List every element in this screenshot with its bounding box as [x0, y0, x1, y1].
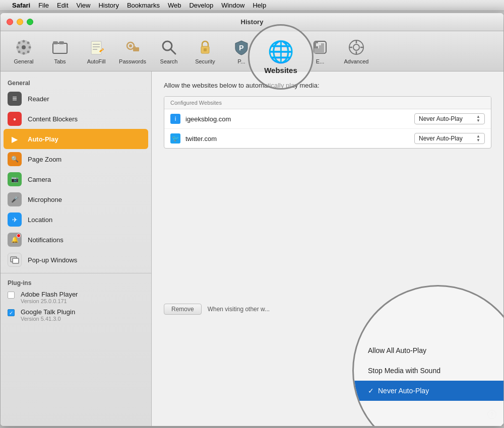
advanced-icon [347, 38, 365, 56]
svg-point-7 [27, 50, 30, 53]
svg-point-8 [27, 41, 30, 44]
window-title: History [241, 18, 264, 26]
content-panel: Allow the websites below to automaticall… [152, 72, 503, 426]
google-version: Version 5.41.3.0 [21, 316, 75, 322]
passwords-label: Passwords [119, 58, 146, 64]
location-label: Location [28, 216, 52, 224]
toolbar-general[interactable]: General [7, 34, 41, 68]
toolbar-autofill[interactable]: AutoFill [79, 34, 113, 68]
menu-window[interactable]: Window [221, 2, 244, 9]
svg-point-2 [23, 40, 25, 42]
search-icon [160, 38, 178, 56]
svg-point-1 [22, 45, 26, 49]
auto-play-label: Auto-Play [28, 135, 58, 143]
security-icon [196, 38, 214, 56]
autofill-label: AutoFill [87, 58, 106, 64]
advanced-label: Advanced [344, 58, 369, 64]
sidebar-item-location[interactable]: ✈ Location [1, 209, 151, 230]
twitter-select[interactable]: Never Auto-Play ▲ ▼ [414, 133, 485, 144]
google-name: Google Talk Plugin [21, 308, 75, 316]
twitter-name: twitter.com [185, 135, 409, 142]
svg-rect-12 [59, 41, 64, 44]
dropdown-option-never[interactable]: ✓ Never Auto-Play [354, 381, 503, 401]
main-content: General ≡ Reader ● Content Blockers ▶ Au… [1, 72, 503, 426]
page-zoom-icon: 🔍 [8, 152, 22, 166]
igeeksblog-select-arrows: ▲ ▼ [476, 115, 480, 123]
microphone-label: Microphone [28, 196, 62, 203]
plugin-row-adobe[interactable]: Adobe Flash Player Version 25.0.0.171 [1, 289, 151, 306]
general-icon [15, 38, 33, 56]
auto-play-icon: ▶ [8, 132, 22, 146]
when-visiting-text: When visiting other w... [208, 306, 270, 313]
svg-rect-13 [91, 41, 101, 54]
sidebar-item-content-blockers[interactable]: ● Content Blockers [1, 109, 151, 129]
toolbar-passwords[interactable]: Passwords [115, 34, 150, 68]
reader-icon: ≡ [8, 92, 22, 106]
website-row-twitter: 🐦 twitter.com Never Auto-Play ▲ ▼ [164, 129, 491, 148]
svg-line-22 [171, 49, 175, 54]
content-blockers-label: Content Blockers [28, 115, 78, 123]
toolbar-security[interactable]: Security [188, 34, 222, 68]
privacy-label: P... [237, 58, 245, 64]
menu-history[interactable]: History [98, 2, 118, 9]
igeeksblog-select-value: Never Auto-Play [419, 115, 463, 122]
safari-preferences-window: History General [1, 13, 503, 426]
sidebar-item-auto-play[interactable]: ▶ Auto-Play [4, 129, 148, 149]
fullscreen-button[interactable] [27, 19, 33, 25]
sidebar-item-page-zoom[interactable]: 🔍 Page Zoom [1, 149, 151, 169]
svg-text:P: P [239, 44, 243, 52]
traffic-lights [7, 19, 33, 25]
igeeksblog-favicon: i [170, 114, 180, 124]
configured-box: Configured Websites i igeeksblog.com Nev… [164, 96, 491, 149]
svg-point-3 [23, 52, 25, 54]
menu-view[interactable]: View [77, 2, 91, 9]
sidebar-item-microphone[interactable]: 🎤 Microphone [1, 189, 151, 209]
websites-highlight-circle: 🌐 Websites [248, 24, 313, 90]
menu-edit[interactable]: Edit [57, 2, 68, 9]
svg-rect-24 [204, 48, 207, 51]
popup-windows-label: Pop-up Windows [28, 256, 77, 264]
websites-label: Websites [264, 66, 297, 75]
remove-button[interactable]: Remove [164, 304, 202, 315]
camera-icon: 📷 [8, 172, 22, 186]
autofill-icon [87, 38, 105, 56]
sidebar-item-popup-windows[interactable]: Pop-up Windows [1, 250, 151, 270]
content-empty-area [164, 149, 491, 300]
sidebar-item-reader[interactable]: ≡ Reader [1, 89, 151, 109]
adobe-version: Version 25.0.0.171 [21, 298, 78, 304]
google-checkbox[interactable]: ✓ [8, 309, 15, 316]
sidebar-plugins-header: Plug-ins [1, 276, 151, 289]
svg-point-4 [17, 46, 19, 48]
sidebar-item-notifications[interactable]: 🔔 Notifications [1, 230, 151, 250]
twitter-select-value: Never Auto-Play [419, 135, 463, 142]
sidebar: General ≡ Reader ● Content Blockers ▶ Au… [1, 72, 152, 426]
svg-rect-10 [53, 43, 67, 53]
adobe-checkbox[interactable] [8, 292, 15, 299]
menu-safari[interactable]: Safari [12, 2, 30, 9]
menu-help[interactable]: Help [253, 2, 266, 9]
toolbar-search[interactable]: Search [152, 34, 186, 68]
content-title: Allow the websites below to automaticall… [164, 82, 491, 89]
toolbar-advanced[interactable]: Advanced [339, 34, 373, 68]
page-zoom-label: Page Zoom [28, 156, 61, 163]
toolbar-tabs[interactable]: Tabs [43, 34, 77, 68]
minimize-button[interactable] [17, 19, 23, 25]
menu-bookmarks[interactable]: Bookmarks [127, 2, 160, 9]
igeeksblog-select[interactable]: Never Auto-Play ▲ ▼ [414, 113, 485, 124]
dropdown-option-allow-all[interactable]: Allow All Auto-Play [354, 340, 503, 361]
plugin-row-google[interactable]: ✓ Google Talk Plugin Version 5.41.3.0 [1, 306, 151, 324]
sidebar-item-camera[interactable]: 📷 Camera [1, 169, 151, 189]
svg-rect-19 [135, 46, 136, 48]
menu-develop[interactable]: Develop [189, 2, 213, 9]
svg-rect-18 [133, 47, 139, 51]
menu-bar: Safari File Edit View History Bookmarks … [0, 0, 504, 11]
camera-label: Camera [28, 176, 51, 183]
close-button[interactable] [7, 19, 13, 25]
menu-file[interactable]: File [38, 2, 49, 9]
dropdown-option-stop-sound[interactable]: Stop Media with Sound [354, 361, 503, 381]
svg-rect-11 [53, 41, 58, 44]
menu-web[interactable]: Web [168, 2, 181, 9]
search-label: Search [160, 58, 178, 64]
sidebar-divider [1, 273, 151, 273]
svg-point-20 [129, 44, 132, 47]
